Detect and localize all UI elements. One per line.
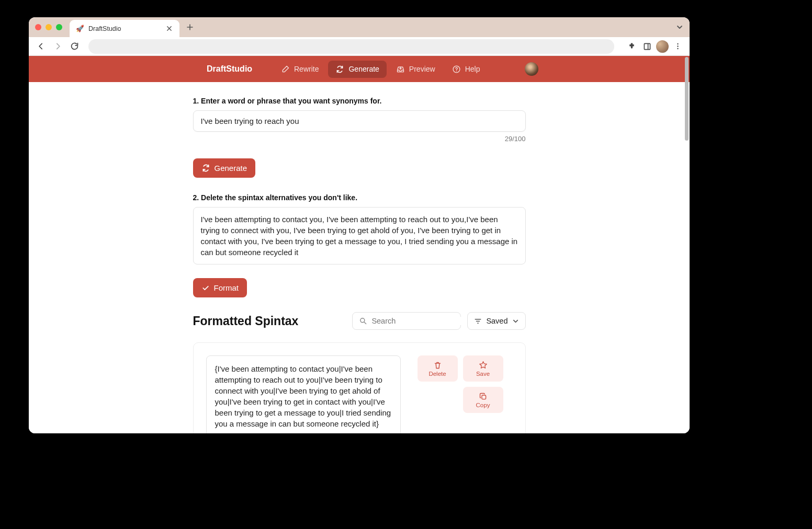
card-actions: Delete Save Copy	[418, 355, 503, 413]
trash-icon	[433, 361, 442, 370]
nav-help[interactable]: Help	[445, 61, 488, 78]
new-tab-button[interactable]	[185, 22, 195, 32]
svg-rect-8	[481, 395, 486, 399]
step2-label: 2. Delete the spintax alternatives you d…	[193, 193, 526, 202]
search-box[interactable]	[352, 312, 461, 330]
app-viewport: DraftStudio Rewrite Generate	[29, 56, 690, 433]
question-icon	[452, 65, 461, 74]
url-bar[interactable]	[88, 39, 614, 54]
svg-point-7	[360, 318, 365, 323]
step1-label: 1. Enter a word or phrase that you want …	[193, 97, 526, 105]
char-counter: 29/100	[193, 135, 526, 143]
edit-icon	[281, 65, 290, 74]
browser-window: 🚀 DraftStudio	[29, 17, 690, 433]
search-input[interactable]	[371, 317, 470, 325]
reload-button[interactable]	[67, 40, 81, 53]
scrollbar[interactable]	[685, 57, 689, 141]
phrase-input[interactable]	[193, 110, 526, 132]
svg-point-2	[677, 43, 678, 44]
profile-avatar[interactable]	[656, 40, 669, 53]
inbox-icon	[396, 65, 405, 74]
nav-label: Generate	[348, 65, 379, 73]
back-button[interactable]	[34, 40, 48, 53]
nav-preview[interactable]: Preview	[389, 61, 443, 78]
results-header: Formatted Spintax Saved	[193, 312, 526, 330]
chevron-down-icon[interactable]	[676, 24, 683, 31]
panel-icon[interactable]	[640, 40, 654, 53]
window-maximize-button[interactable]	[56, 24, 62, 30]
app-header: DraftStudio Rewrite Generate	[29, 56, 690, 82]
filter-label: Saved	[486, 317, 508, 325]
nav-rewrite[interactable]: Rewrite	[274, 61, 326, 78]
window-controls	[35, 24, 62, 30]
nav: Rewrite Generate Preview	[274, 61, 487, 78]
nav-label: Rewrite	[294, 65, 319, 73]
save-button[interactable]: Save	[463, 355, 503, 382]
browser-tab-bar: 🚀 DraftStudio	[29, 17, 690, 37]
close-icon[interactable]	[165, 25, 173, 33]
spintax-card: {I've been attempting to contact you|I'v…	[193, 342, 526, 433]
star-icon	[479, 361, 488, 370]
refresh-icon	[201, 164, 210, 172]
check-icon	[201, 284, 210, 292]
tab-title: DraftStudio	[88, 25, 121, 32]
window-close-button[interactable]	[35, 24, 41, 30]
browser-tab[interactable]: 🚀 DraftStudio	[70, 20, 179, 37]
button-label: Save	[476, 371, 490, 377]
window-minimize-button[interactable]	[46, 24, 52, 30]
button-label: Delete	[428, 371, 446, 377]
extensions-icon[interactable]	[625, 40, 638, 53]
nav-label: Preview	[409, 65, 435, 73]
search-icon	[359, 317, 367, 325]
nav-label: Help	[465, 65, 480, 73]
browser-toolbar	[29, 37, 690, 56]
menu-icon[interactable]	[671, 40, 684, 53]
filter-dropdown[interactable]: Saved	[467, 312, 525, 330]
app-title: DraftStudio	[207, 64, 252, 74]
alternatives-textarea[interactable]	[193, 207, 526, 264]
nav-generate[interactable]: Generate	[328, 61, 386, 78]
copy-button[interactable]: Copy	[463, 387, 503, 413]
svg-point-6	[456, 71, 457, 72]
forward-button[interactable]	[51, 40, 64, 53]
button-label: Format	[214, 283, 239, 292]
main-content: 1. Enter a word or phrase that you want …	[193, 82, 526, 433]
svg-point-3	[677, 45, 678, 47]
chevron-down-icon	[512, 318, 519, 325]
copy-icon	[479, 392, 488, 401]
generate-button[interactable]: Generate	[193, 158, 256, 178]
format-button[interactable]: Format	[193, 278, 247, 297]
svg-rect-0	[644, 43, 650, 49]
refresh-icon	[335, 65, 344, 74]
user-avatar[interactable]	[525, 62, 538, 76]
svg-point-4	[677, 48, 678, 49]
delete-button[interactable]: Delete	[418, 355, 458, 382]
results-title: Formatted Spintax	[193, 314, 346, 328]
spintax-output[interactable]: {I've been attempting to contact you|I'v…	[206, 355, 401, 433]
tab-favicon: 🚀	[76, 25, 84, 32]
filter-icon	[474, 317, 482, 325]
button-label: Copy	[476, 402, 490, 408]
button-label: Generate	[215, 164, 247, 172]
